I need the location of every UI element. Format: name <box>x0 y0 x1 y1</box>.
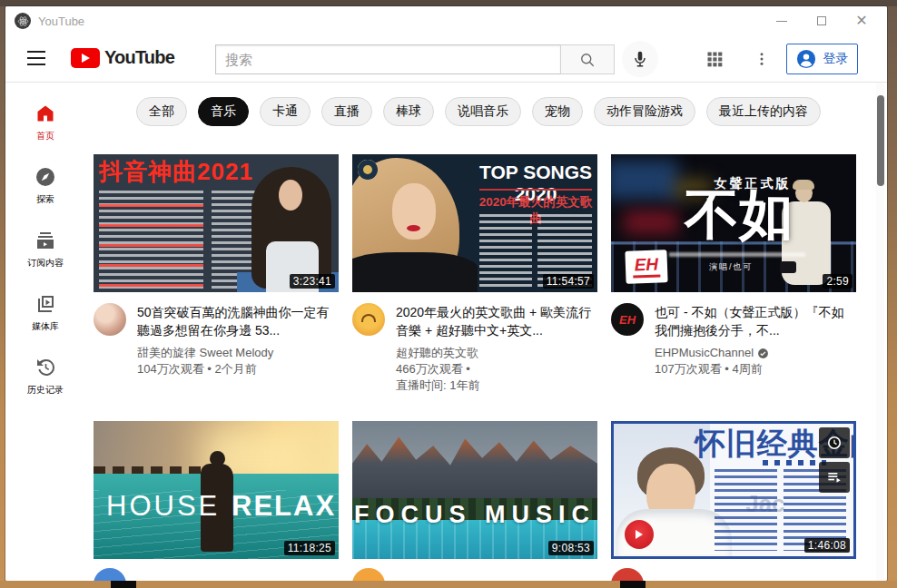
duration-badge: 2:59 <box>823 274 853 289</box>
sidebar-item-subscriptions[interactable]: 订阅内容 <box>5 230 85 270</box>
channel-name[interactable]: 超好聽的英文歌 <box>396 345 597 361</box>
app-header: YouTube <box>5 35 887 83</box>
channel-name[interactable]: 甜美的旋律 Sweet Melody <box>137 345 339 361</box>
sidebar-item-explore[interactable]: 探索 <box>5 166 85 206</box>
youtube-logo[interactable]: YouTube <box>71 47 174 68</box>
thumbnail-headline: 不如 <box>611 187 856 243</box>
search-input[interactable] <box>225 52 551 67</box>
video-thumbnail[interactable]: 女聲正式版 不如 演唱/也可 EH 2:59 <box>611 154 856 292</box>
watch-later-button[interactable] <box>819 427 850 458</box>
search-icon <box>578 51 596 69</box>
video-stats: 466万次观看 • <box>396 361 597 377</box>
desktop-bottom-edge <box>0 581 897 588</box>
video-thumbnail[interactable]: TOP SONGS 2020 2020年最火的英文歌曲 11:54:57 <box>352 154 597 292</box>
thumbnail-headline: HOUSE <box>106 490 220 523</box>
app-icon <box>15 13 31 29</box>
chip-music[interactable]: 音乐 <box>198 97 249 126</box>
scrollbar[interactable] <box>876 83 884 581</box>
duration-badge: 11:18:25 <box>284 541 335 555</box>
close-button[interactable]: ✕ <box>842 6 882 35</box>
channel-avatar[interactable] <box>94 568 126 581</box>
queue-icon <box>825 468 843 486</box>
desktop-top-edge <box>0 0 897 6</box>
chip-cartoon[interactable]: 卡通 <box>260 97 310 126</box>
verified-badge-icon <box>757 348 769 359</box>
channel-avatar[interactable] <box>352 568 385 581</box>
scrollbar-thumb[interactable] <box>877 95 884 186</box>
add-to-queue-button[interactable] <box>819 462 850 493</box>
duration-badge: 3:23:41 <box>290 274 335 289</box>
chip-recently-uploaded[interactable]: 最近上传的内容 <box>706 97 821 126</box>
thumbnail-headline: 抖音神曲2021 <box>99 156 253 188</box>
channel-avatar[interactable] <box>611 568 644 581</box>
youtube-play-icon <box>71 48 100 68</box>
apps-grid-icon <box>705 50 724 68</box>
duration-badge: 1:46:08 <box>804 538 850 553</box>
sidebar-item-library[interactable]: 媒体库 <box>5 293 85 333</box>
video-card: 抖音神曲2021 3:23:41 50首突破百萬的洗腦神曲你一定有聽過 <box>94 154 339 394</box>
video-card: TOP SONGS 2020 2020年最火的英文歌曲 11:54:57 202… <box>352 154 597 394</box>
sidebar-item-home[interactable]: 首页 <box>5 103 85 142</box>
duration-badge: 9:08:53 <box>548 541 594 555</box>
video-thumbnail[interactable]: 怀旧经典金曲 Jac <box>611 421 856 559</box>
channel-name[interactable]: EHPMusicChannel <box>655 345 856 361</box>
chip-rap[interactable]: 说唱音乐 <box>445 97 521 126</box>
video-stats: 104万次观看 • 2个月前 <box>137 361 339 377</box>
duration-badge: 11:54:57 <box>543 274 594 289</box>
thumbnail-logo: EH <box>625 250 667 284</box>
channel-avatar[interactable] <box>94 303 126 336</box>
microphone-icon <box>630 49 650 69</box>
video-card: FOCUS MUSIC 9:08:53 <box>352 421 597 581</box>
subscriptions-icon <box>34 230 56 251</box>
library-icon <box>34 293 56 315</box>
voice-search-button[interactable] <box>622 41 658 77</box>
sidebar: 首页 探索 订阅内容 <box>5 83 85 581</box>
clock-icon <box>825 434 843 452</box>
channel-avatar[interactable] <box>352 303 385 336</box>
video-thumbnail[interactable]: 抖音神曲2021 3:23:41 <box>94 154 339 292</box>
chip-pets[interactable]: 宠物 <box>532 97 583 126</box>
channel-avatar[interactable]: EH <box>611 303 644 336</box>
video-card: 女聲正式版 不如 演唱/也可 EH 2:59 EH <box>611 154 856 394</box>
explore-icon <box>34 166 56 188</box>
chip-baseball[interactable]: 棒球 <box>383 97 434 126</box>
thumbnail-headline: FOCUS MUSIC <box>352 501 597 529</box>
account-icon <box>796 49 816 69</box>
video-stats-live: 直播时间: 1年前 <box>396 377 597 394</box>
video-title[interactable]: 50首突破百萬的洗腦神曲你一定有聽過多想留在你身邊 53... <box>137 303 339 339</box>
history-icon <box>34 357 56 378</box>
video-grid: 抖音神曲2021 3:23:41 50首突破百萬的洗腦神曲你一定有聽過 <box>85 126 887 581</box>
video-thumbnail[interactable]: FOCUS MUSIC 9:08:53 <box>352 421 597 559</box>
video-stats: 107万次观看 • 4周前 <box>655 361 856 377</box>
menu-icon[interactable] <box>27 51 45 65</box>
maximize-button[interactable] <box>802 6 842 35</box>
thumbnail-headline: RELAX <box>232 490 336 523</box>
content-area: 全部 音乐 卡通 直播 棒球 说唱音乐 宠物 动作冒险游戏 最近上传的内容 抖音… <box>85 83 887 581</box>
kebab-menu-icon <box>754 51 770 67</box>
apps-grid-button[interactable] <box>705 49 724 69</box>
sidebar-item-history[interactable]: 历史记录 <box>5 357 85 397</box>
video-thumbnail[interactable]: HOUSE RELAX 11:18:25 <box>94 421 339 559</box>
filter-chips-bar: 全部 音乐 卡通 直播 棒球 说唱音乐 宠物 动作冒险游戏 最近上传的内容 <box>85 83 887 126</box>
app-window: YouTube ✕ YouTube <box>5 6 887 581</box>
settings-menu-button[interactable] <box>752 49 772 69</box>
search-box <box>215 44 560 74</box>
titlebar: YouTube ✕ <box>5 6 887 35</box>
minimize-button[interactable] <box>762 6 802 35</box>
thumbnail-logo <box>358 160 378 180</box>
video-card: 怀旧经典金曲 Jac <box>611 421 856 581</box>
signin-button[interactable]: 登录 <box>786 44 858 74</box>
home-icon <box>34 103 56 124</box>
chip-live[interactable]: 直播 <box>321 97 372 126</box>
video-title[interactable]: 2020年最火的英文歌曲 + 歐美流行音樂 + 超好聽中文+英文... <box>396 303 597 339</box>
video-title[interactable]: 也可 - 不如（女聲正式版）『不如我們擁抱後分手，不... <box>655 303 856 339</box>
chip-all[interactable]: 全部 <box>136 97 187 126</box>
chip-action-adventure-games[interactable]: 动作冒险游戏 <box>594 97 695 126</box>
window-title: YouTube <box>38 15 84 28</box>
thumbnail-logo <box>625 520 654 549</box>
search-button[interactable] <box>560 44 615 74</box>
video-card: HOUSE RELAX 11:18:25 <box>94 421 339 581</box>
